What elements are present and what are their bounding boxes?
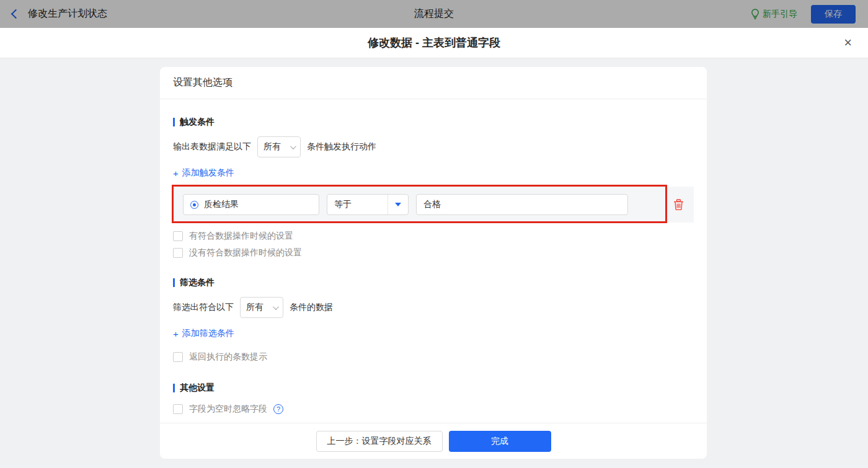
checkbox-icon <box>173 231 183 241</box>
condition-row: 质检结果 等于 合格 <box>173 187 694 223</box>
checkbox-icon <box>173 404 183 414</box>
checkbox-ignore-empty[interactable]: 字段为空时忽略字段 ? <box>173 404 283 415</box>
checkbox-icon <box>173 248 183 258</box>
condition-field-input[interactable]: 质检结果 <box>183 194 319 215</box>
modal-header: 修改数据 - 主表到普通字段 × <box>0 28 868 58</box>
plus-icon: + <box>173 168 179 179</box>
help-icon[interactable]: ? <box>273 404 283 414</box>
radio-field-icon <box>190 201 198 209</box>
other-section-label: 其他设置 <box>180 382 215 394</box>
checkbox-icon <box>173 352 183 362</box>
chevron-down-icon <box>273 304 279 310</box>
done-button[interactable]: 完成 <box>449 431 551 452</box>
filter-pre-text: 筛选出符合以下 <box>173 302 234 313</box>
card-content: 触发条件 输出表数据满足以下 所有 条件触发执行动作 + 添加触发条件 质检 <box>160 99 707 423</box>
prev-step-button[interactable]: 上一步：设置字段对应关系 <box>316 431 443 452</box>
filter-section-label: 筛选条件 <box>180 277 215 288</box>
trigger-section-title: 触发条件 <box>173 117 694 128</box>
filter-post-text: 条件的数据 <box>290 302 333 313</box>
section-marker <box>173 384 175 392</box>
condition-value-text: 合格 <box>423 199 441 210</box>
checkbox-no-match-label: 没有符合数据操作时候的设置 <box>189 247 302 258</box>
checkbox-has-match[interactable]: 有符合数据操作时候的设置 <box>173 231 293 242</box>
trigger-pre-text: 输出表数据满足以下 <box>173 141 251 152</box>
filter-match-value: 所有 <box>246 302 264 313</box>
checkbox-has-match-label: 有符合数据操作时候的设置 <box>189 231 293 242</box>
process-submit-title: 流程提交 <box>0 7 868 20</box>
filter-match-select[interactable]: 所有 <box>240 297 283 318</box>
operator-caret-box <box>388 195 408 214</box>
card-footer: 上一步：设置字段对应关系 完成 <box>160 423 707 459</box>
condition-operator-value: 等于 <box>327 199 388 210</box>
chevron-down-icon <box>290 143 296 149</box>
card-header-title: 设置其他选项 <box>160 67 707 99</box>
checkbox-no-match[interactable]: 没有符合数据操作时候的设置 <box>173 247 302 258</box>
trigger-match-row: 输出表数据满足以下 所有 条件触发执行动作 <box>173 136 694 157</box>
condition-operator-select[interactable]: 等于 <box>327 194 409 215</box>
delete-condition-icon[interactable] <box>673 199 684 210</box>
plus-icon: + <box>173 329 179 339</box>
trigger-match-select[interactable]: 所有 <box>257 136 301 157</box>
section-marker <box>173 278 175 287</box>
trigger-match-value: 所有 <box>264 141 281 152</box>
checkbox-count-tip[interactable]: 返回执行的条数提示 <box>173 351 267 363</box>
save-button[interactable]: 保存 <box>811 5 856 24</box>
filter-match-row: 筛选出符合以下 所有 条件的数据 <box>173 297 694 318</box>
topbar: 修改生产计划状态 流程提交 新手引导 保存 <box>0 0 868 28</box>
checkbox-ignore-empty-label: 字段为空时忽略字段 <box>189 404 267 415</box>
add-trigger-condition-link[interactable]: + 添加触发条件 <box>173 167 234 179</box>
trigger-post-text: 条件触发执行动作 <box>307 141 376 152</box>
other-section-title: 其他设置 <box>173 382 694 394</box>
modal-title: 修改数据 - 主表到普通字段 <box>368 35 500 50</box>
section-marker <box>173 118 175 126</box>
add-filter-condition-link[interactable]: + 添加筛选条件 <box>173 328 234 339</box>
caret-down-icon <box>395 203 401 206</box>
condition-value-input[interactable]: 合格 <box>416 194 628 215</box>
close-icon[interactable]: × <box>844 36 852 50</box>
checkbox-count-tip-label: 返回执行的条数提示 <box>189 351 267 363</box>
beginner-guide-link[interactable]: 新手引导 <box>751 9 797 20</box>
trigger-section-label: 触发条件 <box>180 117 215 128</box>
beginner-guide-label: 新手引导 <box>763 9 797 20</box>
add-trigger-condition-label: 添加触发条件 <box>182 167 234 179</box>
modal-body: 设置其他选项 触发条件 输出表数据满足以下 所有 条件触发执行动作 + 添加触发… <box>0 67 868 468</box>
lightbulb-icon <box>751 9 760 19</box>
filter-section-title: 筛选条件 <box>173 277 694 288</box>
settings-card: 设置其他选项 触发条件 输出表数据满足以下 所有 条件触发执行动作 + 添加触发… <box>160 67 707 459</box>
condition-field-value: 质检结果 <box>204 199 239 210</box>
add-filter-condition-label: 添加筛选条件 <box>182 328 234 339</box>
